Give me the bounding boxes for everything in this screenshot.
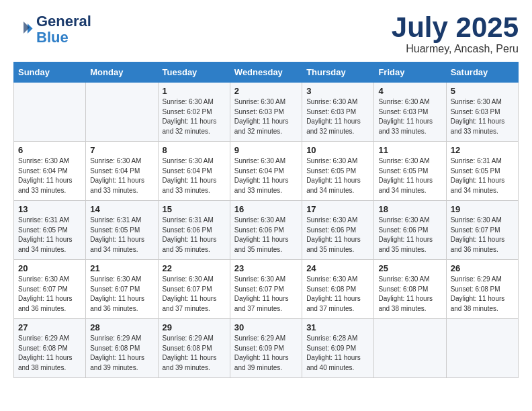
calendar-week-row: 6Sunrise: 6:30 AM Sunset: 6:04 PM Daylig… xyxy=(14,142,519,201)
day-number: 23 xyxy=(234,263,298,273)
day-info: Sunrise: 6:31 AM Sunset: 6:05 PM Dayligh… xyxy=(90,216,153,255)
day-info: Sunrise: 6:30 AM Sunset: 6:04 PM Dayligh… xyxy=(90,156,153,195)
day-info: Sunrise: 6:30 AM Sunset: 6:08 PM Dayligh… xyxy=(306,275,369,314)
calendar-cell: 8Sunrise: 6:30 AM Sunset: 6:04 PM Daylig… xyxy=(158,142,230,201)
weekday-header: Sunday xyxy=(14,62,86,83)
day-number: 10 xyxy=(306,145,369,155)
calendar-week-row: 1Sunrise: 6:30 AM Sunset: 6:02 PM Daylig… xyxy=(14,83,519,142)
day-number: 21 xyxy=(90,263,153,273)
weekday-header: Wednesday xyxy=(230,62,302,83)
day-info: Sunrise: 6:29 AM Sunset: 6:08 PM Dayligh… xyxy=(18,334,81,373)
day-info: Sunrise: 6:30 AM Sunset: 6:06 PM Dayligh… xyxy=(306,216,369,255)
day-info: Sunrise: 6:30 AM Sunset: 6:07 PM Dayligh… xyxy=(90,275,153,314)
day-info: Sunrise: 6:30 AM Sunset: 6:08 PM Dayligh… xyxy=(378,275,441,314)
calendar-cell: 21Sunrise: 6:30 AM Sunset: 6:07 PM Dayli… xyxy=(86,260,158,319)
day-info: Sunrise: 6:30 AM Sunset: 6:02 PM Dayligh… xyxy=(163,97,226,136)
day-info: Sunrise: 6:30 AM Sunset: 6:05 PM Dayligh… xyxy=(378,156,441,195)
calendar-cell: 19Sunrise: 6:30 AM Sunset: 6:07 PM Dayli… xyxy=(446,201,518,260)
calendar-cell: 28Sunrise: 6:29 AM Sunset: 6:08 PM Dayli… xyxy=(86,319,158,378)
day-info: Sunrise: 6:31 AM Sunset: 6:05 PM Dayligh… xyxy=(18,216,81,255)
day-info: Sunrise: 6:30 AM Sunset: 6:07 PM Dayligh… xyxy=(451,216,514,255)
day-number: 26 xyxy=(451,263,514,273)
logo: General Blue xyxy=(13,13,91,46)
day-info: Sunrise: 6:30 AM Sunset: 6:03 PM Dayligh… xyxy=(378,97,441,136)
day-number: 28 xyxy=(90,322,153,332)
calendar-cell: 7Sunrise: 6:30 AM Sunset: 6:04 PM Daylig… xyxy=(86,142,158,201)
calendar-cell: 15Sunrise: 6:31 AM Sunset: 6:06 PM Dayli… xyxy=(158,201,230,260)
day-number: 2 xyxy=(234,86,298,96)
day-info: Sunrise: 6:30 AM Sunset: 6:04 PM Dayligh… xyxy=(18,156,81,195)
day-info: Sunrise: 6:29 AM Sunset: 6:08 PM Dayligh… xyxy=(90,334,153,373)
day-info: Sunrise: 6:29 AM Sunset: 6:08 PM Dayligh… xyxy=(451,275,514,314)
calendar-cell: 11Sunrise: 6:30 AM Sunset: 6:05 PM Dayli… xyxy=(374,142,446,201)
day-info: Sunrise: 6:29 AM Sunset: 6:09 PM Dayligh… xyxy=(234,334,298,373)
calendar-cell xyxy=(374,319,446,378)
day-number: 24 xyxy=(306,263,369,273)
day-number: 11 xyxy=(378,145,441,155)
month-title: July 2025 xyxy=(392,13,519,42)
logo-line2: Blue xyxy=(36,29,69,46)
calendar-cell: 31Sunrise: 6:28 AM Sunset: 6:09 PM Dayli… xyxy=(302,319,374,378)
day-number: 31 xyxy=(306,322,369,332)
day-number: 5 xyxy=(451,86,514,96)
calendar-cell: 22Sunrise: 6:30 AM Sunset: 6:07 PM Dayli… xyxy=(158,260,230,319)
day-number: 3 xyxy=(306,86,369,96)
weekday-header: Tuesday xyxy=(158,62,230,83)
weekday-header: Thursday xyxy=(302,62,374,83)
weekday-header-row: SundayMondayTuesdayWednesdayThursdayFrid… xyxy=(14,62,519,83)
calendar-cell: 29Sunrise: 6:29 AM Sunset: 6:08 PM Dayli… xyxy=(158,319,230,378)
day-number: 17 xyxy=(306,204,369,214)
day-number: 27 xyxy=(18,322,81,332)
day-info: Sunrise: 6:29 AM Sunset: 6:08 PM Dayligh… xyxy=(163,334,226,373)
calendar-week-row: 20Sunrise: 6:30 AM Sunset: 6:07 PM Dayli… xyxy=(14,260,519,319)
calendar-cell xyxy=(446,319,518,378)
day-number: 29 xyxy=(163,322,226,332)
day-number: 8 xyxy=(163,145,226,155)
calendar-table: SundayMondayTuesdayWednesdayThursdayFrid… xyxy=(13,62,519,378)
location: Huarmey, Ancash, Peru xyxy=(392,43,519,55)
day-info: Sunrise: 6:30 AM Sunset: 6:04 PM Dayligh… xyxy=(234,156,298,195)
day-number: 1 xyxy=(163,86,226,96)
calendar-cell: 30Sunrise: 6:29 AM Sunset: 6:09 PM Dayli… xyxy=(230,319,302,378)
calendar-cell: 27Sunrise: 6:29 AM Sunset: 6:08 PM Dayli… xyxy=(14,319,86,378)
day-number: 7 xyxy=(90,145,153,155)
day-number: 4 xyxy=(378,86,441,96)
day-number: 30 xyxy=(234,322,298,332)
day-number: 9 xyxy=(234,145,298,155)
calendar-cell: 6Sunrise: 6:30 AM Sunset: 6:04 PM Daylig… xyxy=(14,142,86,201)
day-number: 14 xyxy=(90,204,153,214)
day-info: Sunrise: 6:30 AM Sunset: 6:07 PM Dayligh… xyxy=(18,275,81,314)
weekday-header: Saturday xyxy=(446,62,518,83)
calendar-cell: 12Sunrise: 6:31 AM Sunset: 6:05 PM Dayli… xyxy=(446,142,518,201)
calendar-cell: 17Sunrise: 6:30 AM Sunset: 6:06 PM Dayli… xyxy=(302,201,374,260)
day-number: 16 xyxy=(234,204,298,214)
calendar-cell xyxy=(86,83,158,142)
day-number: 6 xyxy=(18,145,81,155)
calendar-cell: 5Sunrise: 6:30 AM Sunset: 6:03 PM Daylig… xyxy=(446,83,518,142)
calendar-cell: 25Sunrise: 6:30 AM Sunset: 6:08 PM Dayli… xyxy=(374,260,446,319)
day-info: Sunrise: 6:30 AM Sunset: 6:07 PM Dayligh… xyxy=(163,275,226,314)
day-info: Sunrise: 6:31 AM Sunset: 6:05 PM Dayligh… xyxy=(451,156,514,195)
title-block: July 2025 Huarmey, Ancash, Peru xyxy=(392,13,519,55)
day-info: Sunrise: 6:30 AM Sunset: 6:03 PM Dayligh… xyxy=(306,97,369,136)
day-info: Sunrise: 6:31 AM Sunset: 6:06 PM Dayligh… xyxy=(163,216,226,255)
day-number: 25 xyxy=(378,263,441,273)
calendar-cell: 20Sunrise: 6:30 AM Sunset: 6:07 PM Dayli… xyxy=(14,260,86,319)
day-number: 15 xyxy=(163,204,226,214)
calendar-cell: 3Sunrise: 6:30 AM Sunset: 6:03 PM Daylig… xyxy=(302,83,374,142)
day-number: 18 xyxy=(378,204,441,214)
calendar-cell: 4Sunrise: 6:30 AM Sunset: 6:03 PM Daylig… xyxy=(374,83,446,142)
calendar-cell: 16Sunrise: 6:30 AM Sunset: 6:06 PM Dayli… xyxy=(230,201,302,260)
calendar-cell: 13Sunrise: 6:31 AM Sunset: 6:05 PM Dayli… xyxy=(14,201,86,260)
day-number: 13 xyxy=(18,204,81,214)
day-number: 20 xyxy=(18,263,81,273)
day-info: Sunrise: 6:28 AM Sunset: 6:09 PM Dayligh… xyxy=(306,334,369,373)
weekday-header: Monday xyxy=(86,62,158,83)
weekday-header: Friday xyxy=(374,62,446,83)
calendar-cell: 2Sunrise: 6:30 AM Sunset: 6:03 PM Daylig… xyxy=(230,83,302,142)
day-info: Sunrise: 6:30 AM Sunset: 6:07 PM Dayligh… xyxy=(234,275,298,314)
day-number: 19 xyxy=(451,204,514,214)
day-info: Sunrise: 6:30 AM Sunset: 6:06 PM Dayligh… xyxy=(378,216,441,255)
logo-text: General Blue xyxy=(36,13,91,46)
day-number: 22 xyxy=(163,263,226,273)
